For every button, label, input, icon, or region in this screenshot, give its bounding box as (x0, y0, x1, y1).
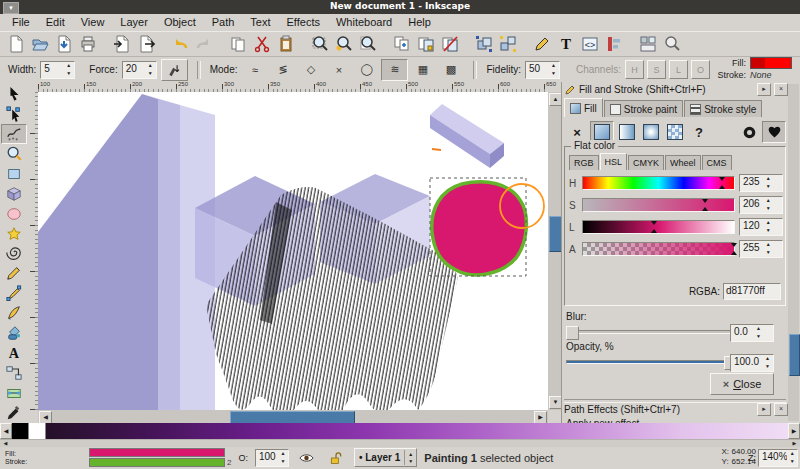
tool-gradient-tool[interactable] (1, 383, 27, 403)
a-spinbox[interactable]: 255▲▼ (739, 240, 783, 258)
tool-rectangle[interactable] (1, 164, 27, 184)
s-spinbox[interactable]: 206▲▼ (739, 196, 783, 214)
tool-text-tool[interactable]: A (1, 343, 27, 363)
color-paint-mode-button[interactable]: ▦ (409, 59, 436, 81)
box3d-large[interactable] (38, 94, 215, 410)
menu-path[interactable]: Path (204, 15, 243, 30)
fill-stroke-dialog-button[interactable] (530, 32, 554, 56)
no-paint-button[interactable]: × (566, 122, 588, 142)
l-slider[interactable] (582, 220, 735, 234)
tool-dropper[interactable] (1, 403, 27, 423)
menu-object[interactable]: Object (156, 15, 204, 30)
menu-view[interactable]: View (73, 15, 113, 30)
palette-left-arrow[interactable]: ◀ (0, 423, 12, 439)
opacity-spinbox[interactable]: 100.0▲▼ (730, 354, 774, 372)
menu-text[interactable]: Text (242, 15, 278, 30)
force-spinbox[interactable]: 20▲▼ (122, 61, 157, 79)
pe-close-button[interactable]: × (774, 403, 788, 416)
menu-whiteboard[interactable]: Whiteboard (328, 15, 400, 30)
icon-preview-button[interactable] (636, 32, 660, 56)
pattern-button[interactable] (664, 122, 686, 142)
linear-gradient-button[interactable] (616, 122, 638, 142)
color-tab-rgb[interactable]: RGB (569, 155, 599, 170)
pe-detach-button[interactable]: ▸ (757, 403, 771, 416)
color-tab-hsl[interactable]: HSL (600, 153, 628, 170)
zoom-drawing-button[interactable] (332, 32, 356, 56)
tool-ellipse[interactable] (1, 204, 27, 224)
attract-mode-button[interactable]: ◇ (297, 59, 324, 81)
shrink-mode-button[interactable]: ≶ (269, 59, 296, 81)
blur-slider[interactable] (566, 325, 738, 339)
status-stroke-swatch[interactable] (89, 458, 225, 467)
close-button[interactable]: × Close (710, 373, 774, 395)
status-fill-swatch[interactable] (89, 448, 225, 457)
channel-h-button[interactable]: H (625, 60, 644, 79)
duplicate-button[interactable] (390, 32, 414, 56)
create-clone-button[interactable] (414, 32, 438, 56)
dock-scroll-thumb[interactable] (789, 334, 800, 376)
h-slider[interactable] (582, 176, 735, 190)
tool-star[interactable] (1, 224, 27, 244)
blob-path[interactable] (432, 182, 527, 275)
undo-button[interactable] (168, 32, 192, 56)
group-button[interactable] (472, 32, 496, 56)
stroke-indicator-value[interactable]: None (748, 69, 794, 80)
tool-spiral[interactable] (1, 244, 27, 264)
width-spinbox[interactable]: 5▲▼ (40, 61, 75, 79)
l-spinbox[interactable]: 120▲▼ (739, 218, 783, 236)
fill-indicator-swatch[interactable] (750, 57, 792, 69)
menu-effects[interactable]: Effects (279, 15, 328, 30)
tool-paint-bucket[interactable] (1, 323, 27, 343)
unknown-paint-button[interactable]: ? (688, 122, 710, 142)
redo-button[interactable] (192, 32, 216, 56)
palette-swatch-black[interactable] (12, 423, 29, 439)
panel-close-button[interactable]: × (774, 83, 788, 96)
zoom-page-button[interactable] (356, 32, 380, 56)
panel-detach-button[interactable]: ▸ (757, 83, 771, 96)
layer-opacity-spinbox[interactable]: 100▲▼ (255, 449, 289, 467)
roughen-mode-button[interactable]: × (325, 59, 352, 81)
paint-mode-button[interactable]: ≋ (381, 59, 408, 81)
blur-spinbox[interactable]: 0.0▲▼ (730, 324, 774, 342)
color-jitter-mode-button[interactable]: ▩ (437, 59, 464, 81)
align-dialog-button[interactable] (602, 32, 626, 56)
palette-swatch-white[interactable] (29, 423, 46, 439)
use-pressure-button[interactable] (161, 59, 188, 81)
cut-button[interactable] (250, 32, 274, 56)
palette-gradient[interactable] (46, 423, 788, 439)
dock-scrollbar[interactable] (788, 84, 799, 421)
tab-stroke-style[interactable]: Stroke style (684, 100, 762, 117)
fill-rule-evenodd-button[interactable] (738, 122, 760, 142)
print-button[interactable] (76, 32, 100, 56)
save-button[interactable] (52, 32, 76, 56)
radial-gradient-button[interactable] (640, 122, 662, 142)
menu-file[interactable]: File (4, 15, 38, 30)
opacity-slider[interactable] (566, 355, 738, 369)
tool-zoom-tool[interactable] (1, 144, 27, 164)
push-mode-button[interactable]: ≈ (241, 59, 268, 81)
s-slider[interactable] (582, 198, 735, 212)
tool-calligraphy[interactable] (1, 303, 27, 323)
menu-edit[interactable]: Edit (38, 15, 73, 30)
menu-help[interactable]: Help (400, 15, 439, 30)
canvas[interactable] (38, 92, 548, 410)
copy-button[interactable] (226, 32, 250, 56)
new-document-button[interactable] (4, 32, 28, 56)
layer-lock-button[interactable] (325, 448, 347, 467)
menu-layer[interactable]: Layer (112, 15, 156, 30)
blur-mode-button[interactable]: ◯ (353, 59, 380, 81)
find-button[interactable] (660, 32, 684, 56)
channel-o-button[interactable]: O (691, 60, 710, 79)
a-slider[interactable] (582, 242, 735, 256)
fidelity-spinbox[interactable]: 50▲▼ (525, 61, 560, 79)
h-spinbox[interactable]: 235▲▼ (739, 174, 783, 192)
tab-fill[interactable]: Fill (564, 98, 603, 117)
paste-button[interactable] (274, 32, 298, 56)
tool-connector[interactable] (1, 363, 27, 383)
xml-editor-button[interactable]: <> (578, 32, 602, 56)
horizontal-scrollbar[interactable]: ◀ ▶ (38, 410, 548, 423)
tool-tweak[interactable] (1, 124, 27, 144)
tool-pen[interactable] (1, 283, 27, 303)
layer-visibility-button[interactable] (296, 448, 318, 467)
import-button[interactable] (110, 32, 134, 56)
